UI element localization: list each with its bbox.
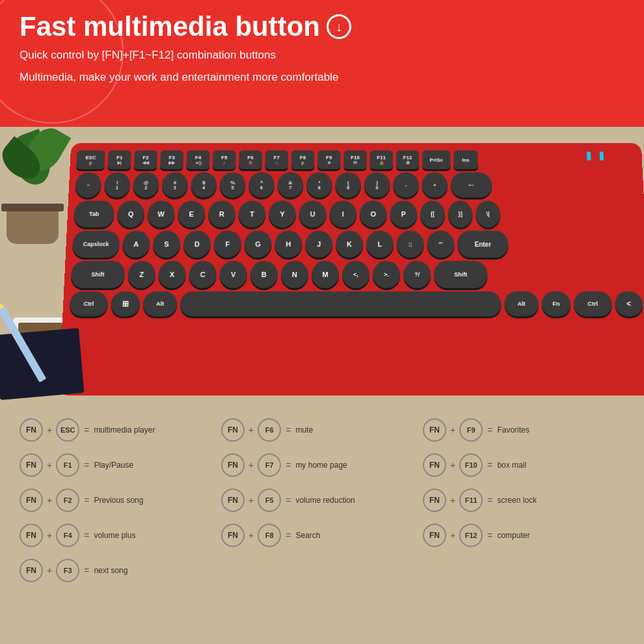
key-space[interactable] xyxy=(180,291,502,316)
key-f1[interactable]: F1▶| xyxy=(107,150,131,169)
key-d[interactable]: D xyxy=(183,231,211,258)
key-tab[interactable]: Tab xyxy=(74,201,114,228)
key-n[interactable]: N xyxy=(281,261,308,288)
key-f12[interactable]: F12🖥 xyxy=(396,150,420,169)
key-plus[interactable]: + xyxy=(422,172,448,198)
key-f9[interactable]: F9★ xyxy=(317,150,340,169)
sc-plus: + xyxy=(248,425,254,435)
sc-plus: + xyxy=(47,565,52,576)
shortcut-item: FN + F7 = my home page xyxy=(221,453,423,477)
sc-fn-key: FN xyxy=(423,418,446,442)
key-semicolon[interactable]: :; xyxy=(397,231,424,258)
key-6[interactable]: ^6 xyxy=(248,172,275,198)
sc-fn-key: FN xyxy=(221,418,245,442)
key-prtsc[interactable]: PrtSc xyxy=(422,150,451,169)
key-i[interactable]: I xyxy=(329,201,356,228)
key-lbracket[interactable]: {[ xyxy=(420,201,445,228)
sc-fn-key: FN xyxy=(423,524,446,547)
key-b[interactable]: B xyxy=(250,261,278,288)
key-0[interactable]: )0 xyxy=(364,172,390,198)
shortcut-item xyxy=(221,559,423,582)
key-r[interactable]: R xyxy=(208,201,236,228)
sc-fn-key: FN xyxy=(221,489,245,512)
sc-combo-key: F12 xyxy=(459,524,483,547)
key-backslash[interactable]: \| xyxy=(476,201,501,228)
key-f7[interactable]: F7⌂ xyxy=(265,150,288,169)
key-ctrl-right[interactable]: Ctrl xyxy=(573,291,612,316)
key-j[interactable]: J xyxy=(305,231,332,258)
key-capslock[interactable]: Capslock xyxy=(72,231,120,258)
keyboard-area: ESCμ F1▶| F2◀◀ F3▶▶ F4◄|) F5♪ F6🔇 F7⌂ F8… xyxy=(0,127,644,400)
key-comma[interactable]: <, xyxy=(342,261,369,288)
key-a[interactable]: A xyxy=(122,231,150,258)
key-u[interactable]: U xyxy=(299,201,327,228)
key-win[interactable]: ⊞ xyxy=(111,291,141,316)
sc-plus: + xyxy=(47,425,52,435)
key-t[interactable]: T xyxy=(238,201,265,228)
key-slash[interactable]: ?/ xyxy=(403,261,431,288)
sc-fn-key: FN xyxy=(20,453,43,477)
key-f8[interactable]: F8ρ xyxy=(291,150,315,169)
led-1 xyxy=(587,152,591,160)
key-p[interactable]: P xyxy=(390,201,417,228)
key-x[interactable]: X xyxy=(158,261,186,288)
key-h[interactable]: H xyxy=(275,231,302,258)
key-9[interactable]: (9 xyxy=(335,172,361,198)
key-f4[interactable]: F4◄|) xyxy=(186,150,209,169)
key-f6[interactable]: F6🔇 xyxy=(239,150,262,169)
key-period[interactable]: >. xyxy=(373,261,400,288)
key-8[interactable]: *8 xyxy=(306,172,332,198)
key-q[interactable]: Q xyxy=(116,201,144,228)
key-ctrl-left[interactable]: Ctrl xyxy=(69,291,108,316)
key-quote[interactable]: "' xyxy=(427,231,454,258)
key-ins[interactable]: Ins xyxy=(453,150,478,169)
key-w[interactable]: W xyxy=(147,201,175,228)
key-esc[interactable]: ESCμ xyxy=(76,150,105,169)
shortcut-item: FN + F8 = Search xyxy=(221,524,423,547)
key-f10[interactable]: F10✉ xyxy=(343,150,366,169)
key-fn[interactable]: Fn xyxy=(541,291,571,316)
key-f[interactable]: F xyxy=(213,231,241,258)
key-f3[interactable]: F3▶▶ xyxy=(160,150,183,169)
key-3[interactable]: #3 xyxy=(162,172,189,198)
key-rbracket[interactable]: }] xyxy=(448,201,472,228)
key-k[interactable]: K xyxy=(336,231,363,258)
key-f2[interactable]: F2◀◀ xyxy=(134,150,157,169)
banner-subtitle2: Multimedia, make your work and entertain… xyxy=(20,69,624,86)
sc-eq: = xyxy=(286,530,291,541)
key-o[interactable]: O xyxy=(360,201,387,228)
key-v[interactable]: V xyxy=(219,261,247,288)
sc-label: box mail xyxy=(497,461,526,470)
key-s[interactable]: S xyxy=(152,231,180,258)
key-tilde[interactable]: ~ xyxy=(75,172,101,198)
key-7[interactable]: &7 xyxy=(277,172,303,198)
key-f11[interactable]: F11🔒 xyxy=(370,150,393,169)
key-l[interactable]: L xyxy=(366,231,394,258)
key-1[interactable]: !1 xyxy=(104,172,131,198)
key-y[interactable]: Y xyxy=(269,201,296,228)
zxcv-row: Shift Z X C V B N M <, >. ?/ Shift xyxy=(70,261,641,288)
sc-combo-key: F9 xyxy=(459,418,483,442)
key-shift-left[interactable]: Shift xyxy=(70,261,125,288)
shortcut-item: FN + ESC = multimedia player xyxy=(20,418,221,442)
key-shift-right[interactable]: Shift xyxy=(434,261,488,288)
key-minus[interactable]: - xyxy=(393,172,419,198)
key-m[interactable]: M xyxy=(312,261,339,288)
key-2[interactable]: @2 xyxy=(133,172,159,198)
sc-eq: = xyxy=(286,425,291,435)
key-5[interactable]: %5 xyxy=(219,172,245,198)
key-backspace[interactable]: ← xyxy=(451,172,492,198)
sc-combo-key: F10 xyxy=(459,453,483,477)
key-z[interactable]: Z xyxy=(127,261,156,288)
key-g[interactable]: G xyxy=(244,231,272,258)
key-alt-left[interactable]: Alt xyxy=(142,291,178,316)
key-f5[interactable]: F5♪ xyxy=(213,150,236,169)
key-enter[interactable]: Enter xyxy=(457,231,509,258)
shortcuts-area: FN + ESC = multimedia player FN + F6 = m… xyxy=(0,400,644,589)
key-alt-right[interactable]: Alt xyxy=(504,291,539,316)
key-arrow-left[interactable]: < xyxy=(615,291,643,316)
key-c[interactable]: C xyxy=(189,261,217,288)
sc-plus: + xyxy=(248,495,254,505)
key-4[interactable]: $4 xyxy=(191,172,217,198)
key-e[interactable]: E xyxy=(178,201,206,228)
